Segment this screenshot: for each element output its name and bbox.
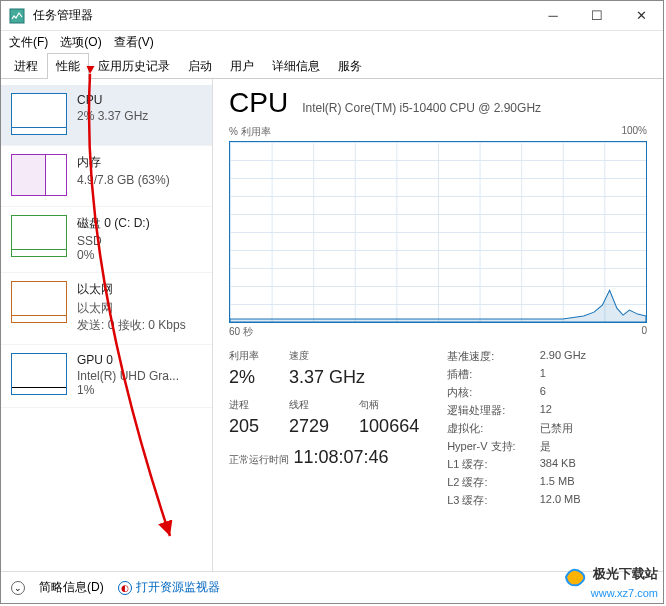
watermark: 极光下载站 www.xz7.com — [562, 563, 658, 600]
watermark-logo-icon — [562, 563, 590, 587]
menu-view[interactable]: 查看(V) — [114, 34, 154, 51]
app-icon — [9, 8, 25, 24]
watermark-url: www.xz7.com — [591, 587, 658, 599]
hyperv-value: 是 — [540, 439, 586, 454]
tab-performance[interactable]: 性能 — [47, 53, 89, 79]
watermark-brand: 极光下载站 — [593, 566, 658, 581]
speed-value: 3.37 GHz — [289, 367, 365, 388]
menu-options[interactable]: 选项(O) — [60, 34, 101, 51]
sidebar-ethernet-type: 以太网 — [77, 300, 186, 317]
cpu-chart[interactable] — [229, 141, 647, 323]
chart-label-left: % 利用率 — [229, 125, 271, 139]
handle-value: 100664 — [359, 416, 419, 437]
l3-label: L3 缓存: — [447, 493, 515, 508]
detail-title: CPU — [229, 87, 288, 119]
handle-label: 句柄 — [359, 398, 419, 412]
ethernet-mini-graph — [11, 281, 67, 323]
thread-label: 线程 — [289, 398, 329, 412]
maximize-button[interactable]: ☐ — [575, 1, 619, 31]
tab-services[interactable]: 服务 — [329, 53, 371, 79]
base-speed-label: 基准速度: — [447, 349, 515, 364]
sidebar-memory-label: 内存 — [77, 154, 170, 171]
logical-label: 逻辑处理器: — [447, 403, 515, 418]
sidebar-disk-type: SSD — [77, 234, 150, 248]
util-label: 利用率 — [229, 349, 259, 363]
sidebar-gpu-status: 1% — [77, 383, 179, 397]
speed-label: 速度 — [289, 349, 365, 363]
sidebar-disk-status: 0% — [77, 248, 150, 262]
l2-label: L2 缓存: — [447, 475, 515, 490]
disk-mini-graph — [11, 215, 67, 257]
sockets-value: 1 — [540, 367, 586, 382]
tab-processes[interactable]: 进程 — [5, 53, 47, 79]
x-axis-right: 0 — [641, 325, 647, 339]
brief-info-link[interactable]: 简略信息(D) — [39, 579, 104, 596]
base-speed-value: 2.90 GHz — [540, 349, 586, 364]
uptime-label: 正常运行时间 — [229, 454, 289, 465]
sockets-label: 插槽: — [447, 367, 515, 382]
sidebar-memory-status: 4.9/7.8 GB (63%) — [77, 173, 170, 187]
sidebar-ethernet-label: 以太网 — [77, 281, 186, 298]
logical-value: 12 — [540, 403, 586, 418]
tab-app-history[interactable]: 应用历史记录 — [89, 53, 179, 79]
proc-label: 进程 — [229, 398, 259, 412]
sidebar-ethernet-status: 发送: 0 接收: 0 Kbps — [77, 317, 186, 334]
sidebar-item-ethernet[interactable]: 以太网 以太网 发送: 0 接收: 0 Kbps — [1, 273, 212, 345]
util-value: 2% — [229, 367, 259, 388]
l1-label: L1 缓存: — [447, 457, 515, 472]
sidebar-cpu-status: 2% 3.37 GHz — [77, 109, 148, 123]
tab-startup[interactable]: 启动 — [179, 53, 221, 79]
tab-users[interactable]: 用户 — [221, 53, 263, 79]
chart-label-right: 100% — [621, 125, 647, 139]
sidebar-gpu-type: Intel(R) UHD Gra... — [77, 369, 179, 383]
thread-value: 2729 — [289, 416, 329, 437]
cpu-mini-graph — [11, 93, 67, 135]
x-axis-left: 60 秒 — [229, 325, 253, 339]
sidebar-item-memory[interactable]: 内存 4.9/7.8 GB (63%) — [1, 146, 212, 207]
tab-details[interactable]: 详细信息 — [263, 53, 329, 79]
resource-monitor-link[interactable]: ◐ 打开资源监视器 — [118, 579, 220, 596]
performance-sidebar: CPU 2% 3.37 GHz 内存 4.9/7.8 GB (63%) 磁盘 0… — [1, 79, 213, 571]
sidebar-gpu-label: GPU 0 — [77, 353, 179, 367]
sidebar-item-gpu[interactable]: GPU 0 Intel(R) UHD Gra... 1% — [1, 345, 212, 408]
sidebar-cpu-label: CPU — [77, 93, 148, 107]
close-button[interactable]: ✕ — [619, 1, 663, 31]
window-title: 任务管理器 — [33, 7, 531, 24]
cores-value: 6 — [540, 385, 586, 400]
uptime-value: 11:08:07:46 — [293, 447, 388, 467]
resource-monitor-icon: ◐ — [118, 581, 132, 595]
detail-model: Intel(R) Core(TM) i5-10400 CPU @ 2.90GHz — [302, 101, 541, 115]
resource-monitor-label: 打开资源监视器 — [136, 579, 220, 596]
l1-value: 384 KB — [540, 457, 586, 472]
menu-file[interactable]: 文件(F) — [9, 34, 48, 51]
l3-value: 12.0 MB — [540, 493, 586, 508]
virt-value: 已禁用 — [540, 421, 586, 436]
minimize-button[interactable]: ─ — [531, 1, 575, 31]
sidebar-disk-label: 磁盘 0 (C: D:) — [77, 215, 150, 232]
virt-label: 虚拟化: — [447, 421, 515, 436]
memory-mini-graph — [11, 154, 67, 196]
collapse-icon[interactable]: ⌄ — [11, 581, 25, 595]
l2-value: 1.5 MB — [540, 475, 586, 490]
sidebar-item-cpu[interactable]: CPU 2% 3.37 GHz — [1, 85, 212, 146]
hyperv-label: Hyper-V 支持: — [447, 439, 515, 454]
proc-value: 205 — [229, 416, 259, 437]
detail-pane: CPU Intel(R) Core(TM) i5-10400 CPU @ 2.9… — [213, 79, 663, 571]
cores-label: 内核: — [447, 385, 515, 400]
sidebar-item-disk[interactable]: 磁盘 0 (C: D:) SSD 0% — [1, 207, 212, 273]
gpu-mini-graph — [11, 353, 67, 395]
